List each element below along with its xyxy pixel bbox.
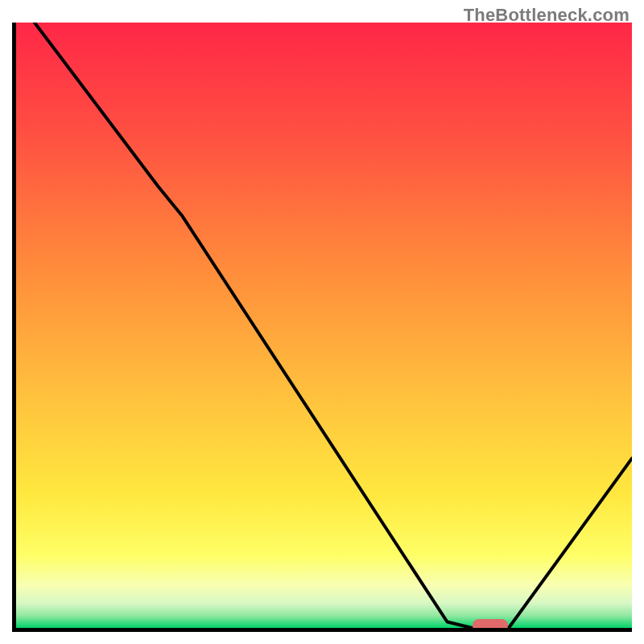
curve-layer <box>16 23 632 628</box>
plot-area <box>12 23 632 632</box>
valley-marker <box>473 619 508 632</box>
chart-stage: TheBottleneck.com <box>0 0 644 644</box>
bottleneck-curve <box>16 23 632 628</box>
